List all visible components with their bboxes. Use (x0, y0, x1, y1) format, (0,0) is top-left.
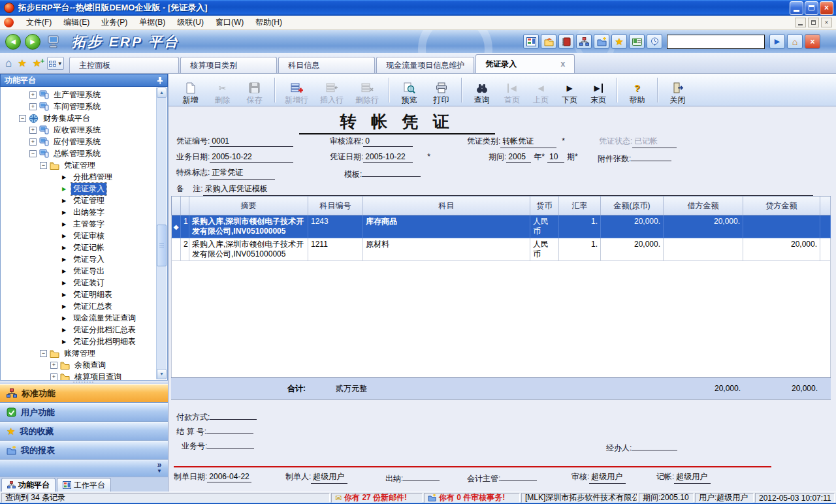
tree-item[interactable]: ▶凭证汇总表 (1, 300, 154, 312)
tree-item-selected[interactable]: ▶凭证录入 (1, 183, 154, 195)
cell-account-code[interactable]: 1211 (308, 238, 363, 261)
menu-help[interactable]: 帮助(H) (249, 16, 288, 29)
col-rate[interactable]: 汇率 (559, 197, 601, 215)
biz-date-field[interactable]: 2005-10-22 (210, 152, 293, 163)
tree-item[interactable]: ▶主管签字 (1, 218, 154, 230)
tree-item[interactable]: ▶凭证导入 (1, 253, 154, 265)
caret-icon[interactable]: ▼ (157, 469, 162, 474)
tree-item[interactable]: −财务集成平台 (1, 112, 154, 124)
add-folder-icon[interactable] (594, 34, 609, 49)
scroll-up-icon[interactable]: ▲ (157, 87, 167, 98)
cell-rate[interactable]: 1. (559, 238, 601, 261)
collapse-icon[interactable]: − (40, 162, 47, 169)
cell-debit[interactable]: 20,000. (664, 215, 743, 238)
quick-search-input[interactable] (667, 35, 765, 49)
grid-row[interactable]: 2 采购入库,深圳市领创电子技术开发有限公司,INV051000005 1211… (171, 238, 831, 261)
tree-item[interactable]: ▶出纳签字 (1, 206, 154, 218)
cell-summary[interactable]: 采购入库,深圳市领创电子技术开发有限公司,INV051000005 (189, 215, 308, 238)
cell-credit[interactable]: 20,000. (743, 238, 820, 261)
tree-item[interactable]: ▶凭证装订 (1, 277, 154, 289)
cell-amount[interactable]: 20,000. (601, 238, 664, 261)
mdi-minimize-button[interactable] (795, 18, 806, 27)
voucher-type-field[interactable]: 转帐凭证 (500, 136, 556, 148)
tab-cashflow-item[interactable]: 现金流量项目信息维护 (376, 57, 474, 73)
panel-standard-functions[interactable]: 标准功能 (0, 384, 168, 403)
cell-account-code[interactable]: 1243 (308, 215, 363, 238)
tree-item[interactable]: ▶现金流量凭证查询 (1, 312, 154, 324)
biz-no-field[interactable] (207, 439, 254, 449)
tree-item[interactable]: −总帐管理系统 (1, 148, 154, 159)
cell-debit[interactable] (664, 238, 743, 261)
col-account-code[interactable]: 科目编号 (308, 197, 363, 215)
panel-icon[interactable] (523, 34, 539, 49)
collapse-icon[interactable]: − (19, 115, 26, 122)
layout-grid-button[interactable]: ▼ (47, 57, 64, 70)
tree-scrollbar[interactable]: ▲ ▼ (156, 87, 167, 379)
mdi-close-button[interactable]: × (821, 18, 832, 27)
status-mail[interactable]: ✉你有 27 份新邮件! (331, 493, 423, 503)
special-flag-field[interactable]: 正常凭证 (210, 167, 275, 180)
save-button[interactable]: 保存 (239, 76, 270, 104)
expand-icon[interactable]: + (50, 362, 57, 369)
menu-window[interactable]: 窗口(W) (210, 16, 249, 29)
note-field[interactable]: 采购入库凭证模板 (203, 183, 813, 196)
back-button[interactable]: ◀ (5, 34, 21, 50)
favorites-icon[interactable]: ★ (18, 59, 26, 68)
tree-item[interactable]: −账簿管理 (1, 347, 154, 359)
cell-rate[interactable]: 1. (559, 215, 601, 238)
menu-document[interactable]: 单据(B) (133, 16, 171, 29)
tree-item[interactable]: +核算项目查询 (1, 371, 154, 381)
clock-balloon-icon[interactable] (647, 34, 662, 49)
expand-icon[interactable]: + (29, 138, 37, 146)
voucher-date-field[interactable]: 2005-10-22 (363, 152, 413, 163)
scroll-down-icon[interactable]: ▼ (157, 369, 167, 379)
cell-credit[interactable] (743, 215, 820, 238)
status-audit-tasks[interactable]: 你有 0 件审核事务! (424, 493, 520, 503)
cell-summary[interactable]: 采购入库,深圳市领创电子技术开发有限公司,INV051000005 (189, 238, 308, 261)
tree-item[interactable]: +余额查询 (1, 359, 154, 371)
scroll-thumb[interactable] (157, 225, 167, 266)
template-field[interactable] (362, 167, 421, 177)
cell-currency[interactable]: 人民币 (530, 238, 559, 261)
audit-flow-field[interactable]: 0 (363, 136, 413, 147)
mdi-restore-button[interactable] (808, 18, 819, 27)
go-button[interactable]: ▶ (769, 34, 785, 49)
first-page-button[interactable]: ◀首页 (498, 76, 526, 104)
tree-item[interactable]: ▶凭证明细表 (1, 289, 154, 300)
expand-icon[interactable]: + (29, 127, 37, 134)
tree-item[interactable]: +车间管理系统 (1, 101, 154, 112)
col-credit[interactable]: 贷方金额 (743, 197, 820, 215)
expand-icon[interactable]: + (29, 91, 37, 99)
panel-user-functions[interactable]: 用户功能 (0, 403, 168, 422)
tab-work-platform[interactable]: 工作平台 (57, 478, 111, 492)
forward-button[interactable]: ▶ (25, 34, 40, 50)
tab-voucher-entry[interactable]: 凭证录入x (475, 54, 575, 73)
expand-icon[interactable]: + (50, 373, 57, 381)
menu-business[interactable]: 业务(P) (95, 16, 133, 29)
payment-method-field[interactable] (210, 410, 257, 420)
col-currency[interactable]: 货币 (530, 197, 559, 215)
grid-row-selected[interactable]: ◆ 1 采购入库,深圳市领创电子技术开发有限公司,INV051000005 12… (171, 215, 831, 238)
tab-close-icon[interactable]: x (543, 59, 566, 69)
home-folder-icon[interactable] (541, 34, 556, 49)
cell-currency[interactable]: 人民币 (530, 215, 559, 238)
cell-account[interactable]: 库存商品 (363, 215, 530, 238)
cell-account[interactable]: 原材料 (363, 238, 530, 261)
last-page-button[interactable]: ▶末页 (585, 76, 612, 104)
panel-my-reports[interactable]: 我的报表 (0, 441, 168, 460)
tree-item[interactable]: ▶凭证审核 (1, 230, 154, 242)
agent-field[interactable] (632, 441, 677, 450)
attachments-field[interactable] (631, 151, 671, 161)
next-page-button[interactable]: ▶下页 (556, 76, 583, 104)
tree-item[interactable]: ▶凭证记帐 (1, 242, 154, 253)
close-voucher-button[interactable]: 关闭 (662, 76, 693, 104)
tree-item[interactable]: ▶分批档管理 (1, 171, 154, 183)
tree-item[interactable]: ▶凭证管理 (1, 195, 154, 206)
menu-edit[interactable]: 编辑(E) (57, 16, 95, 29)
settlement-no-field[interactable] (206, 424, 253, 434)
cell-amount[interactable]: 20,000. (601, 215, 664, 238)
collapse-icon[interactable]: − (40, 350, 47, 357)
panel-my-favorites[interactable]: ★ 我的收藏 (0, 422, 168, 441)
preview-button[interactable]: 预览 (394, 76, 425, 104)
col-summary[interactable]: 摘要 (189, 197, 308, 215)
